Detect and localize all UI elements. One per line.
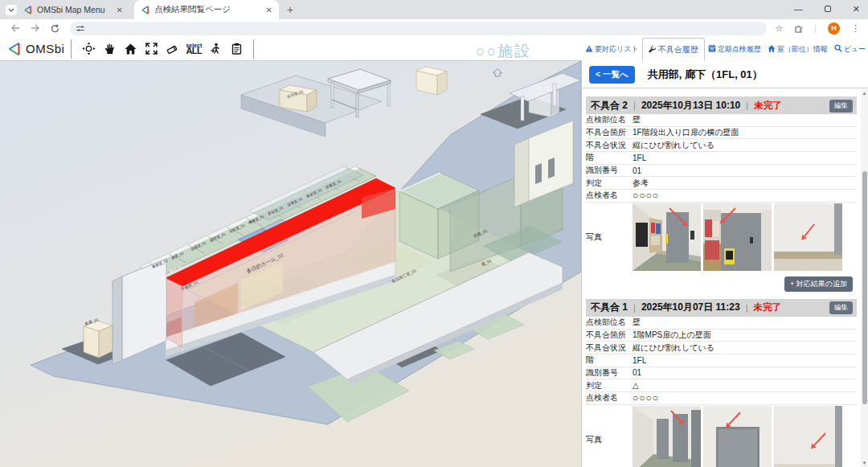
defect-photo[interactable] (633, 203, 701, 271)
panel-tab-1[interactable]: 不具合履歴 (642, 38, 705, 61)
photo-label: 写真 (586, 231, 633, 243)
tab-search-button[interactable] (6, 5, 17, 15)
field-value: 1階MPS扉の上の壁面 (633, 330, 711, 341)
tag-tool-icon[interactable] (162, 43, 182, 55)
field-row: 階1FL (586, 354, 857, 367)
record-title: 不具合 1 (591, 301, 628, 314)
field-label: 識別番号 (586, 165, 633, 176)
location-title: 共用部, 廊下（1FL, 01） (648, 68, 763, 82)
scroll-up-icon[interactable]: ▲ (861, 89, 868, 97)
extensions-icon[interactable] (794, 24, 803, 33)
forward-icon[interactable] (31, 24, 40, 32)
back-icon[interactable] (10, 24, 20, 32)
new-tab-button[interactable]: + (287, 3, 293, 16)
field-label: 階 (586, 152, 633, 163)
photo-row: 写真 (586, 405, 857, 467)
panel-scrollbar[interactable]: ▲ ▼ (861, 89, 868, 467)
search-icon (834, 44, 842, 54)
profile-avatar[interactable]: H (828, 23, 840, 35)
window-close-button[interactable]: ✕ (853, 4, 860, 14)
field-row: 点検部位名壁 (586, 114, 857, 127)
browser-tab-map-menu[interactable]: OMSbi Map Menu ✕ (17, 0, 129, 19)
scrollbar-thumb[interactable] (862, 171, 867, 404)
browser-tabstrip: OMSbi Map Menu ✕ 点検結果閲覧ページ ✕ + — ✕ (0, 0, 868, 19)
field-row: 不具合状況縦にひび割れしている (586, 139, 857, 152)
field-value: 1FL (633, 154, 646, 162)
site-settings-icon[interactable] (76, 25, 84, 32)
panel-tab-3[interactable]: 室（部位）情報 (764, 37, 831, 61)
field-label: 階 (586, 354, 633, 366)
panel-tab-2[interactable]: 定期点検履歴 (705, 37, 764, 61)
bookmark-star-icon[interactable]: ☆ (775, 23, 783, 34)
wrench-icon (649, 45, 657, 55)
field-value: 1FL (633, 356, 646, 365)
field-label: 判定 (586, 178, 633, 189)
record-status: 未完了 (754, 100, 782, 112)
omsbi-logo: OMSbi (6, 41, 64, 57)
field-value: 01 (633, 368, 641, 377)
record-date: 2025年10月13日 10:10 (641, 99, 740, 113)
field-row: 点検者名○○○○ (586, 190, 857, 203)
defect-photo[interactable] (703, 406, 772, 467)
field-value: 01 (633, 166, 641, 175)
records-scroll-area[interactable]: 不具合 2|2025年10月13日 10:10|未完了編集点検部位名壁不具合箇所… (582, 89, 861, 467)
tab-close-icon[interactable]: ✕ (266, 6, 272, 14)
orbit-tool-icon[interactable] (78, 42, 99, 55)
photo-row: 写真 (586, 203, 857, 272)
field-value: 参考 (633, 178, 649, 189)
field-row: 識別番号01 (586, 165, 857, 178)
back-to-list-button[interactable]: < 一覧へ (589, 66, 635, 84)
calendar-icon (708, 44, 716, 54)
browser-menu-icon[interactable]: ⋮ (851, 23, 860, 34)
home-icon (768, 45, 776, 54)
field-label: 不具合箇所 (586, 127, 633, 138)
field-label: 不具合状況 (586, 140, 633, 151)
field-label: 点検部位名 (586, 317, 633, 328)
field-row: 判定△ (586, 379, 857, 392)
edit-button[interactable]: 編集 (829, 301, 853, 314)
facility-title: ○○施設 (476, 41, 531, 62)
field-value: ○○○○ (633, 392, 659, 404)
home-view-icon[interactable] (120, 43, 141, 55)
defect-photo[interactable] (633, 406, 701, 467)
map-3d-view[interactable]: 給水塔_01倉庫_01廊下_01予備室_01多目的ホール_01食品加工室_01事… (0, 61, 581, 467)
zoom-extents-icon[interactable] (141, 43, 162, 55)
scroll-down-icon[interactable]: ▼ (861, 459, 868, 467)
tab-close-icon[interactable]: ✕ (117, 6, 123, 14)
pan-hand-tool-icon[interactable] (99, 43, 120, 55)
warning-icon (585, 45, 593, 54)
add-result-button[interactable]: + 対応結果の追加 (784, 277, 853, 292)
field-label: 識別番号 (586, 367, 633, 379)
field-label: 点検者名 (586, 190, 633, 201)
omsbi-favicon (23, 6, 32, 14)
record-status: 未完了 (754, 301, 782, 313)
field-row: 識別番号01 (586, 367, 857, 380)
omsbi-logo-icon (6, 41, 23, 57)
select-all-tool[interactable]: selectALL (182, 43, 205, 55)
record-date: 2025年10月07日 11:23 (641, 301, 740, 314)
panel-tab-0[interactable]: 要対応リスト (582, 37, 642, 61)
field-value: 1F階段出入り口扉の横の壁面 (633, 127, 739, 138)
tab-title: OMSbi Map Menu (37, 5, 113, 14)
defect-photo[interactable] (774, 406, 842, 467)
window-maximize-button[interactable] (825, 6, 831, 12)
field-value: 壁 (633, 114, 641, 125)
field-label: 点検者名 (586, 392, 633, 404)
omsbi-favicon (141, 6, 149, 14)
walk-in-tool-icon[interactable] (205, 43, 226, 55)
clipboard-tool-icon[interactable] (226, 43, 247, 55)
edit-button[interactable]: 編集 (829, 100, 853, 113)
tab-label: 不具合履歴 (658, 44, 698, 55)
panel-tab-4[interactable]: ビュー (831, 37, 868, 61)
browser-tab-inspection[interactable]: 点検結果閲覧ページ ✕ (134, 0, 279, 19)
reload-icon[interactable] (51, 24, 59, 33)
brand-name: OMSbi (26, 42, 64, 55)
window-minimize-button[interactable]: — (794, 4, 803, 14)
defect-photo[interactable] (774, 203, 842, 271)
panel-tabs: 要対応リスト不具合履歴定期点検履歴室（部位）情報ビュー (582, 37, 868, 61)
defect-photo[interactable] (703, 203, 772, 271)
url-input[interactable] (70, 22, 767, 35)
record-header: 不具合 1|2025年10月07日 11:23|未完了編集 (586, 299, 857, 317)
field-value: △ (633, 381, 639, 390)
tab-label: ビュー (844, 44, 866, 55)
